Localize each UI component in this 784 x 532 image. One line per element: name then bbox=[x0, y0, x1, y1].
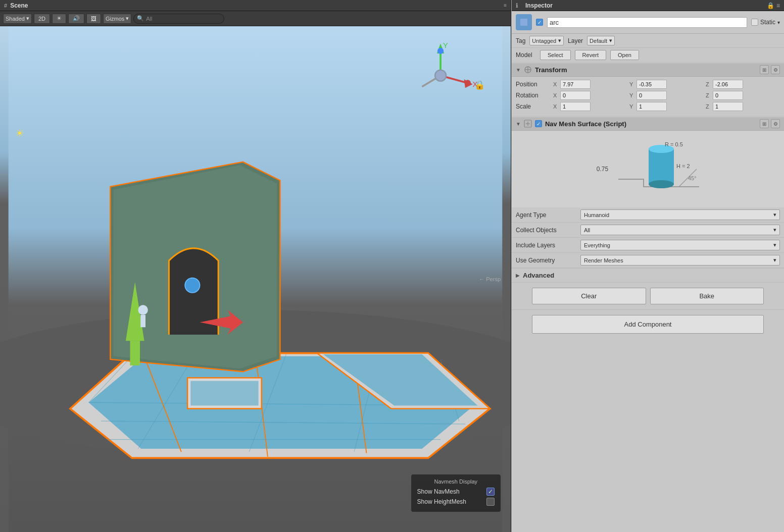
scene-title-bar: # Scene ≡ bbox=[0, 0, 511, 11]
transform-ref-icon[interactable]: ⊞ bbox=[760, 65, 769, 74]
agent-cylinder-diagram: R = 0.5 H = 2 45° bbox=[618, 139, 699, 199]
use-geometry-row: Use Geometry Render Meshes ▾ bbox=[512, 253, 784, 268]
static-dropdown-icon[interactable]: ▾ bbox=[777, 20, 780, 25]
scale-y-field: Y bbox=[629, 102, 704, 111]
chevron-down-icon: ▾ bbox=[773, 227, 776, 233]
clear-button[interactable]: Clear bbox=[532, 288, 646, 304]
svg-text:🔒: 🔒 bbox=[474, 80, 485, 90]
use-geometry-label: Use Geometry bbox=[516, 257, 576, 264]
tag-dropdown[interactable]: Untagged ▾ bbox=[529, 36, 564, 45]
object-active-checkbox[interactable]: ✓ bbox=[536, 19, 543, 26]
2d-button[interactable]: 2D bbox=[34, 14, 50, 24]
revert-button[interactable]: Revert bbox=[575, 50, 606, 60]
inspector-body: ✓ Static ▾ Tag Untagged ▾ Layer Default bbox=[512, 11, 784, 532]
navmesh-heightmesh-row: Show HeightMesh bbox=[417, 498, 495, 506]
transform-actions: ⊞ ⚙ bbox=[760, 65, 780, 74]
search-icon: 🔍 bbox=[137, 15, 144, 22]
svg-text:45°: 45° bbox=[688, 175, 697, 181]
position-z-field: Z bbox=[706, 80, 780, 89]
model-label: Model bbox=[516, 51, 536, 59]
scale-y-input[interactable] bbox=[636, 102, 667, 111]
svg-rect-27 bbox=[140, 315, 145, 327]
navmesh-settings-icon[interactable]: ⚙ bbox=[771, 119, 780, 128]
include-layers-dropdown[interactable]: Everything ▾ bbox=[580, 240, 780, 250]
select-button[interactable]: Select bbox=[540, 50, 571, 60]
inspector-title-bar: ℹ Inspector 🔒 ≡ bbox=[512, 0, 784, 11]
chevron-down-icon: ▾ bbox=[609, 37, 612, 44]
show-heightmesh-checkbox[interactable] bbox=[486, 498, 495, 506]
rotation-row: Rotation X Y Z bbox=[516, 91, 780, 100]
collect-objects-dropdown[interactable]: All ▾ bbox=[580, 225, 780, 235]
scale-xyz: X Y Z bbox=[553, 102, 780, 111]
show-navmesh-checkbox[interactable]: ✓ bbox=[486, 488, 495, 496]
navmesh-display-overlay: Navmesh Display Show NavMesh ✓ Show Heig… bbox=[411, 474, 501, 512]
use-geometry-dropdown[interactable]: Render Meshes ▾ bbox=[580, 255, 780, 265]
lighting-button[interactable]: ☀ bbox=[52, 14, 66, 24]
scene-toolbar: Shaded ▾ 2D ☀ 🔊 🖼 Gizmos ▾ 🔍 All bbox=[0, 11, 511, 26]
svg-point-26 bbox=[138, 305, 148, 315]
advanced-section[interactable]: ▶ Advanced bbox=[512, 269, 784, 283]
advanced-label: Advanced bbox=[523, 272, 554, 279]
model-row: Model Select Revert Open bbox=[512, 48, 784, 63]
sun-icon: ☀ bbox=[15, 127, 24, 139]
scene-viewport[interactable]: Y X 🔒 ← Persp bbox=[0, 26, 511, 532]
rotation-label: Rotation bbox=[516, 92, 551, 99]
rotation-x-field: X bbox=[553, 91, 627, 100]
navmesh-enabled-checkbox[interactable]: ✓ bbox=[535, 120, 542, 127]
transform-icon bbox=[524, 66, 532, 74]
width-label: 0.75 bbox=[597, 166, 608, 173]
scale-x-input[interactable] bbox=[560, 102, 591, 111]
include-layers-label: Include Layers bbox=[516, 242, 576, 249]
chevron-down-icon: ▾ bbox=[773, 211, 776, 218]
transform-collapse-icon: ▼ bbox=[516, 67, 521, 73]
menu-icon[interactable]: ≡ bbox=[776, 2, 780, 9]
scale-z-input[interactable] bbox=[713, 102, 743, 111]
layer-dropdown[interactable]: Default ▾ bbox=[587, 36, 615, 45]
svg-text:Y: Y bbox=[443, 41, 448, 49]
transform-settings-icon[interactable]: ⚙ bbox=[771, 65, 780, 74]
rotation-x-input[interactable] bbox=[560, 91, 591, 100]
transform-header[interactable]: ▼ Transform ⊞ ⚙ bbox=[512, 63, 784, 77]
scene-tab-label[interactable]: Scene bbox=[10, 2, 28, 9]
position-y-input[interactable] bbox=[636, 80, 667, 89]
position-x-field: X bbox=[553, 80, 627, 89]
navmesh-header[interactable]: ▼ ✓ Nav Mesh Surface (Script) ⊞ ⚙ bbox=[512, 117, 784, 131]
scene-tab-menu-icon[interactable]: ≡ bbox=[504, 3, 507, 8]
audio-button[interactable]: 🔊 bbox=[68, 14, 84, 24]
main-layout: # Scene ≡ Shaded ▾ 2D ☀ 🔊 🖼 Gizmos ▾ 🔍 A… bbox=[0, 0, 784, 532]
object-header: ✓ Static ▾ bbox=[512, 11, 784, 34]
lock-icon[interactable]: 🔒 bbox=[767, 2, 774, 9]
scene-search-bar[interactable]: 🔍 All bbox=[133, 14, 224, 24]
agent-type-label: Agent Type bbox=[516, 211, 576, 219]
rotation-y-field: Y bbox=[629, 91, 704, 100]
inspector-tab[interactable]: Inspector bbox=[521, 1, 557, 10]
scale-label: Scale bbox=[516, 103, 551, 110]
static-checkbox[interactable] bbox=[751, 19, 758, 26]
agent-type-row: Agent Type Humanoid ▾ bbox=[512, 207, 784, 223]
chevron-down-icon: ▾ bbox=[773, 257, 776, 263]
position-xyz: X Y Z bbox=[553, 80, 780, 89]
rotation-z-input[interactable] bbox=[713, 91, 743, 100]
position-x-input[interactable] bbox=[560, 80, 591, 89]
tag-layer-row: Tag Untagged ▾ Layer Default ▾ bbox=[512, 34, 784, 48]
rotation-y-input[interactable] bbox=[636, 91, 667, 100]
navmesh-icon bbox=[524, 120, 532, 128]
info-icon: ℹ bbox=[516, 2, 518, 9]
navmesh-actions: ⊞ ⚙ bbox=[760, 119, 780, 128]
gizmos-dropdown[interactable]: Gizmos ▾ bbox=[103, 14, 131, 24]
open-button[interactable]: Open bbox=[610, 50, 639, 60]
position-z-input[interactable] bbox=[713, 80, 743, 89]
shading-dropdown[interactable]: Shaded ▾ bbox=[3, 14, 32, 24]
chevron-down-icon: ▾ bbox=[558, 37, 561, 44]
position-row: Position X Y Z bbox=[516, 80, 780, 89]
navmesh-collapse-icon: ▼ bbox=[516, 121, 521, 127]
bake-button[interactable]: Bake bbox=[650, 288, 764, 304]
fx-button[interactable]: 🖼 bbox=[86, 14, 101, 24]
rotation-z-field: Z bbox=[706, 91, 780, 100]
add-component-section: Add Component bbox=[512, 310, 784, 339]
object-name-input[interactable] bbox=[547, 17, 747, 28]
scene-grid-icon: # bbox=[4, 3, 7, 9]
agent-type-dropdown[interactable]: Humanoid ▾ bbox=[580, 209, 780, 220]
add-component-button[interactable]: Add Component bbox=[532, 315, 764, 334]
navmesh-ref-icon[interactable]: ⊞ bbox=[760, 119, 769, 128]
